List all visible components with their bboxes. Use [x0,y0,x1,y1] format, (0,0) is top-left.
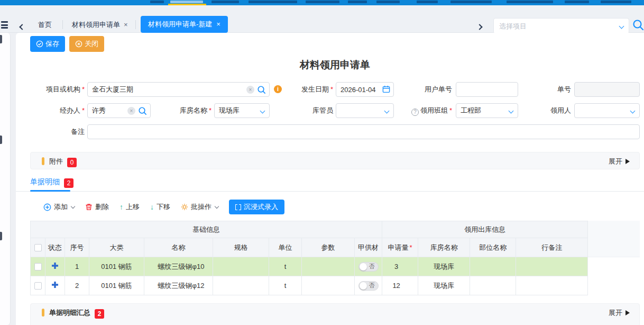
sidebar-handle[interactable] [0,35,2,43]
tab-home[interactable]: 首页 [38,18,52,32]
search-icon[interactable] [257,85,266,94]
table-row[interactable]: 2 0101 钢筋 螺纹三级钢φ12 t 否 12 现场库 [31,276,588,295]
menu-text-fragment [150,1,164,3]
clear-icon[interactable]: × [246,86,254,94]
row-checkbox[interactable] [34,263,42,270]
select-all-checkbox[interactable] [34,244,42,251]
hamburger-menu-icon[interactable] [1,21,8,29]
plus-status-icon [52,263,58,269]
recipient-select[interactable] [574,103,640,118]
row-remark-cell[interactable] [516,276,588,295]
team-value: 工程部 [461,106,481,114]
sidebar-handle[interactable] [0,232,2,240]
row-spec-cell[interactable] [213,276,269,295]
active-tab-underline [30,190,70,192]
handler-label: 经办人 [30,103,85,118]
close-tab-icon[interactable]: × [216,20,220,28]
row-position-cell[interactable] [470,257,516,276]
info-icon[interactable]: i [274,85,282,93]
row-position-cell[interactable] [470,276,516,295]
row-seq-cell: 2 [65,276,89,295]
summary-section-bar: 单据明细汇总2 展开 [30,303,640,325]
handler-input[interactable] [88,104,117,118]
move-down-button[interactable]: ↓ 下移 [150,202,170,212]
summary-expand-button[interactable]: 展开 [609,308,630,318]
row-warehouse-cell[interactable]: 现场库 [418,257,470,276]
project-select[interactable] [493,18,629,34]
warehouse-select[interactable]: 现场库 [214,103,270,118]
handler-field[interactable]: × [87,103,151,118]
row-unit-cell[interactable]: t [269,257,302,276]
move-up-button[interactable]: ↑ 上移 [119,202,140,212]
row-remark-cell[interactable] [516,257,588,276]
row-unit-cell[interactable]: t [269,276,302,295]
tab-bar: 首页 材料领用申请单× 材料领用申请单-新建× [0,5,644,33]
warehouse-value: 现场库 [219,106,240,114]
row-category-cell[interactable]: 0101 钢筋 [89,257,144,276]
tab-material-requisition-new-active[interactable]: 材料领用申请单-新建× [141,16,228,33]
row-spec-cell[interactable] [213,257,269,276]
owner-supplied-toggle[interactable]: 否 [358,281,379,291]
row-warehouse-cell[interactable]: 现场库 [418,276,470,295]
tab-detail-lines[interactable]: 单据明细2 [30,177,73,188]
attachments-expand-button[interactable]: 展开 [609,157,630,166]
collapsed-sidebar [0,33,11,325]
project-field[interactable]: × [87,82,270,97]
tab-material-requisition[interactable]: 材料领用申请单× [72,18,128,32]
close-button[interactable]: 关闭 [69,36,104,52]
calendar-icon[interactable] [382,85,390,93]
x-circle-icon [75,40,82,48]
row-select-cell[interactable] [31,257,45,276]
team-select[interactable]: 工程部 [456,103,518,118]
menu-text-fragment [601,1,631,3]
owner-supplied-toggle[interactable]: 否 [358,262,379,272]
user-no-field[interactable] [456,82,518,97]
tabs-scroll-right-button[interactable] [477,22,482,31]
remark-field[interactable] [87,124,640,139]
delete-row-button[interactable]: 删除 [85,202,109,212]
toggle-knob [360,282,367,290]
date-input[interactable] [336,83,381,96]
chevron-down-icon [384,109,390,114]
header-select-all[interactable] [31,238,45,257]
date-field[interactable] [336,82,394,97]
batch-operations-button[interactable]: 批操作 [181,202,218,212]
close-label: 关闭 [85,39,98,49]
row-param-cell[interactable] [302,257,355,276]
add-row-button[interactable]: 添加 [43,202,75,212]
project-search-icon[interactable] [632,19,644,31]
sidebar-handle[interactable] [0,136,2,144]
project-input[interactable] [88,83,269,96]
row-owner-cell[interactable]: 否 [355,257,382,276]
row-category-cell[interactable]: 0101 钢筋 [89,276,144,295]
row-checkbox[interactable] [34,282,42,290]
close-tab-icon[interactable]: × [124,21,128,29]
project-select-input[interactable] [494,19,600,33]
tab-divider [16,191,644,192]
group-outbound-info: 领用出库信息 [382,221,588,238]
immersive-entry-button[interactable]: 沉浸式录入 [229,200,284,214]
summary-label: 单据明细汇总 [49,309,90,317]
row-qty-cell[interactable]: 3 [382,257,418,276]
keeper-select[interactable] [336,103,394,118]
tabs-scroll-left-button[interactable] [20,22,24,31]
remark-input[interactable] [88,125,639,139]
toggle-label: 否 [369,263,375,270]
row-select-cell[interactable] [31,276,45,295]
tab-label: 材料领用申请单 [72,21,120,29]
row-name-cell[interactable]: 螺纹三级钢φ10 [144,257,213,276]
question-circle-icon[interactable]: ? [411,109,419,116]
page-title: 材料领用申请单 [30,58,640,72]
table-header-filler [588,221,640,257]
row-param-cell[interactable] [302,276,355,295]
row-owner-cell[interactable]: 否 [355,276,382,295]
row-qty-cell[interactable]: 12 [382,276,418,295]
user-no-input[interactable] [456,83,518,96]
immersive-label: 沉浸式录入 [244,202,278,212]
clear-icon[interactable]: × [127,107,135,115]
search-icon[interactable] [138,106,147,115]
save-button[interactable]: 保存 [30,36,65,52]
table-row[interactable]: 1 0101 钢筋 螺纹三级钢φ10 t 否 3 现场库 [31,257,588,276]
row-name-cell[interactable]: 螺纹三级钢φ12 [144,276,213,295]
team-label: ?领用班组 [395,103,452,118]
